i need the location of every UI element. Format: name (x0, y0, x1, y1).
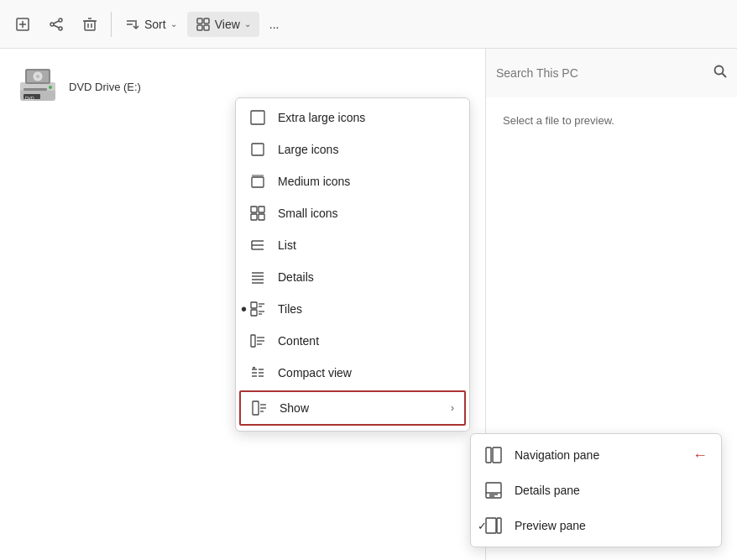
new-button[interactable] (7, 12, 39, 37)
list-icon (249, 237, 266, 254)
svg-rect-39 (259, 214, 264, 220)
svg-line-7 (54, 25, 59, 28)
more-button[interactable]: ... (261, 13, 288, 36)
medium-icons-label: Medium icons (278, 175, 350, 188)
sort-chevron-icon: ⌄ (170, 19, 177, 29)
small-icons-icon (249, 205, 266, 222)
content-icon (249, 332, 266, 349)
menu-item-extra-large-icons[interactable]: Extra large icons (236, 102, 469, 133)
dvd-label: DVD Drive (E:) (69, 81, 141, 93)
main-container: DVD DVD Drive (E:) (0, 49, 737, 560)
new-icon (15, 17, 30, 32)
preview-pane-check: ✓ (478, 520, 487, 532)
svg-rect-36 (251, 207, 257, 212)
navigation-pane-icon (484, 446, 503, 464)
details-label: Details (278, 270, 314, 284)
search-bar (485, 49, 737, 97)
svg-rect-18 (197, 25, 202, 30)
show-arrow-icon: › (451, 402, 454, 414)
tiles-label: Tiles (278, 302, 302, 316)
menu-item-large-icons[interactable]: Large icons (236, 133, 469, 165)
compact-view-label: Compact view (278, 366, 352, 379)
svg-rect-66 (253, 401, 259, 415)
svg-point-23 (49, 86, 52, 89)
svg-rect-54 (251, 335, 255, 347)
extra-large-icons-label: Extra large icons (278, 111, 365, 124)
navigation-pane-label: Navigation pane (515, 448, 599, 462)
submenu-item-navigation-pane[interactable]: Navigation pane ← (471, 437, 721, 473)
search-input[interactable] (496, 66, 713, 80)
svg-point-29 (36, 75, 39, 78)
delete-button[interactable] (74, 12, 106, 37)
small-icons-label: Small icons (278, 207, 338, 220)
svg-rect-32 (251, 111, 264, 124)
svg-point-5 (59, 27, 62, 30)
svg-line-6 (54, 21, 59, 24)
svg-line-31 (723, 74, 727, 78)
menu-item-list[interactable]: List (236, 229, 469, 261)
svg-point-3 (59, 18, 62, 22)
svg-rect-37 (259, 207, 264, 212)
svg-point-4 (50, 23, 54, 26)
extra-large-icons-icon (249, 109, 266, 126)
svg-rect-19 (204, 25, 209, 30)
medium-icons-icon (249, 173, 266, 190)
toolbar-divider-1 (111, 12, 112, 37)
dvd-icon: DVD (17, 65, 59, 107)
delete-icon (82, 17, 97, 32)
view-chevron-icon: ⌄ (244, 19, 251, 29)
svg-text:DVD: DVD (25, 96, 34, 101)
share-icon (49, 17, 64, 32)
tiles-bullet: • (241, 300, 247, 319)
show-icon (251, 400, 268, 416)
svg-rect-76 (486, 518, 496, 533)
view-label: View (215, 18, 240, 31)
list-label: List (278, 238, 296, 252)
preview-pane-icon (484, 516, 503, 535)
menu-item-tiles[interactable]: • Tiles (236, 293, 469, 325)
svg-rect-72 (486, 483, 501, 498)
submenu-item-details-pane[interactable]: Details pane (471, 473, 721, 508)
sort-label: Sort (144, 18, 166, 31)
share-button[interactable] (40, 12, 72, 37)
view-icon (196, 17, 211, 32)
sort-button[interactable]: Sort ⌄ (117, 12, 186, 37)
view-dropdown-menu: Extra large icons Large icons Medium ico… (235, 97, 470, 432)
svg-rect-8 (85, 21, 95, 30)
details-pane-label: Details pane (515, 484, 580, 497)
menu-item-small-icons[interactable]: Small icons (236, 197, 469, 229)
preview-text: Select a file to preview. (486, 97, 737, 144)
svg-rect-38 (251, 214, 257, 220)
menu-item-content[interactable]: Content (236, 325, 469, 357)
svg-rect-17 (204, 18, 209, 24)
show-label: Show (280, 401, 309, 415)
svg-rect-70 (486, 447, 491, 463)
dvd-drive-item[interactable]: DVD DVD Drive (E:) (17, 65, 151, 107)
svg-rect-33 (252, 144, 264, 155)
sort-icon (125, 17, 140, 32)
show-submenu: Navigation pane ← Details pane ✓ (470, 433, 722, 547)
navigation-pane-arrow-icon: ← (693, 447, 708, 464)
submenu-item-preview-pane[interactable]: ✓ Preview pane (471, 508, 721, 543)
tiles-icon (249, 301, 266, 317)
menu-item-medium-icons[interactable]: Medium icons (236, 165, 469, 197)
svg-rect-22 (24, 88, 47, 91)
details-icon (249, 269, 266, 285)
menu-item-details[interactable]: Details (236, 261, 469, 293)
large-icons-icon (249, 141, 266, 158)
search-button[interactable] (713, 65, 727, 81)
large-icons-label: Large icons (278, 143, 338, 156)
menu-item-compact-view[interactable]: Compact view (236, 357, 469, 389)
svg-rect-77 (497, 518, 501, 533)
menu-item-show[interactable]: Show › (239, 390, 466, 426)
svg-rect-51 (251, 310, 257, 316)
svg-rect-71 (493, 447, 501, 463)
preview-pane-label: Preview pane (515, 519, 586, 532)
view-button[interactable]: View ⌄ (187, 12, 259, 37)
svg-rect-48 (251, 302, 257, 308)
content-label: Content (278, 334, 319, 348)
svg-point-30 (715, 66, 724, 75)
compact-view-icon (249, 364, 266, 381)
toolbar: Sort ⌄ View ⌄ ... (0, 0, 737, 49)
svg-rect-16 (197, 18, 202, 24)
